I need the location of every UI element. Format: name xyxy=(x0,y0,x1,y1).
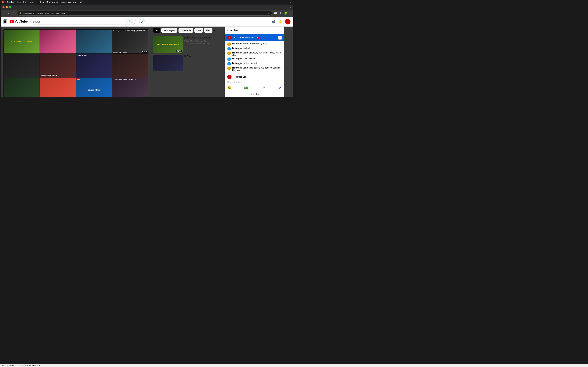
chat-username: Reformed Stoic xyxy=(233,76,247,78)
chat-actions-row: 😊 💵 0/200 ➤ xyxy=(227,86,282,90)
search-bar[interactable]: 🔍 xyxy=(30,19,135,25)
pinned-username: gsxrJOE92 xyxy=(233,36,244,39)
back-button[interactable]: ‹ xyxy=(2,11,5,15)
menu-bookmarks[interactable]: Bookmarks xyxy=(46,1,58,3)
menu-view[interactable]: View xyxy=(30,1,35,3)
close-button[interactable] xyxy=(2,6,5,8)
chat-user-avatar: R xyxy=(227,75,232,79)
reader-mode-icon[interactable]: 📖 xyxy=(273,12,278,15)
pinned-user-avatar: g xyxy=(227,35,232,40)
rec-meta-1: 215K views • 5 months ago xyxy=(184,42,223,45)
rec-thumb-2 xyxy=(153,55,183,71)
rec-tabs-arrow[interactable]: › xyxy=(214,29,215,32)
rec-tabs: All New to you Listenable Live Rec › xyxy=(153,26,223,34)
menu-history[interactable]: History xyxy=(37,1,44,3)
hide-chat-button[interactable]: Hide chat xyxy=(225,91,284,97)
hamburger-menu-icon[interactable]: ≡ xyxy=(289,12,292,15)
recommendations-area: All New to you Listenable Live Rec › BES… xyxy=(151,26,225,97)
notifications-button[interactable]: 🔔 xyxy=(278,20,282,24)
emoji-button[interactable]: 😊 xyxy=(227,86,231,90)
thumb-5[interactable] xyxy=(3,54,40,78)
menu-window[interactable]: Window xyxy=(68,1,76,3)
pinned-live-badge: ▶ xyxy=(257,37,259,39)
browser-titlebar: ⌄ xyxy=(1,5,293,10)
rec-title-1: BEST ESTATE SALE EVER! xyxy=(184,36,223,39)
msg-text-2: na bruh xyxy=(243,47,251,50)
clock: Tue xyxy=(288,1,292,3)
pinned-content: gsxrJOE92 This is LIVE ▶ xyxy=(233,36,259,39)
thumb-7[interactable]: GRIFTCAST IRL xyxy=(76,54,112,78)
tab-live[interactable]: Live xyxy=(194,28,203,33)
chat-more-button[interactable]: ⋮ xyxy=(279,28,282,32)
search-button[interactable]: 🔍 xyxy=(125,19,135,25)
bookmark-icon[interactable]: ☆ xyxy=(268,12,270,15)
rec-item-1[interactable]: BEST ESTATE SALE EVER! 41:53 BEST ESTATE… xyxy=(153,36,223,53)
browser-window: ⌄ ‹ › ↻ 🔒 https://www.youtube.com/watch?… xyxy=(1,5,293,97)
browser-nav: ‹ › ↻ 🔒 https://www.youtube.com/watch?v=… xyxy=(1,10,293,17)
refresh-button[interactable]: ↻ xyxy=(11,11,16,15)
app-name[interactable]: Firefox xyxy=(7,1,15,3)
rec-item-2[interactable]: Lil Ride xyxy=(153,55,223,71)
msg-avatar-1: R xyxy=(227,42,231,46)
thumb-6[interactable]: WE ARE DIRT POOR xyxy=(40,54,76,78)
yt-main-content: BEST ESTATE SALE EVER! Beer chugs for ne… xyxy=(1,26,293,97)
menu-help[interactable]: Help xyxy=(78,1,83,3)
tab-new-to-you[interactable]: New to you xyxy=(161,28,177,33)
apple-icon[interactable]: 🍎 xyxy=(2,1,5,3)
rec-info-2: Lil Ride xyxy=(184,55,223,71)
menu-tools[interactable]: Tools xyxy=(60,1,65,3)
tab-listenable[interactable]: Listenable xyxy=(179,28,193,33)
chat-input-field[interactable] xyxy=(227,80,282,84)
chat-input-area: R Reformed Stoic 😊 💵 0/200 ➤ xyxy=(225,73,284,91)
mac-menu-bar: 🍎 Firefox File Edit View History Bookmar… xyxy=(2,1,83,3)
mac-os-bar: 🍎 Firefox File Edit View History Bookmar… xyxy=(0,0,294,4)
chat-message-1: R Reformed Stoic or rolled away lmao xyxy=(227,42,282,46)
nav-right-icons: 📖 ⬇ 🧩 ≡ xyxy=(273,12,292,15)
thumb-4-live[interactable]: Beer chugs for new subs/FIRESALES 🍺🔥$1TT… xyxy=(112,29,148,54)
thumb-1[interactable]: BEST ESTATE SALE EVER! xyxy=(3,29,40,54)
msg-username-3: Reformed Stoic xyxy=(232,51,248,54)
thumb-9[interactable] xyxy=(3,78,40,97)
maximize-button[interactable] xyxy=(9,6,11,8)
chat-panel: Live chat ⌄ ⋮ g gsxrJOE92 This is LIVE ▶… xyxy=(225,26,284,97)
thumb-10[interactable]: Dinner alone in 🇰🇷 xyxy=(40,78,76,97)
super-chat-button[interactable]: 💵 xyxy=(244,86,248,90)
video-player[interactable]: BEST ESTATE SALE EVER! Beer chugs for ne… xyxy=(3,29,148,97)
save-icon[interactable]: ⬇ xyxy=(279,12,282,15)
chat-message-6: R Reformed Stoic I can tell it's true fr… xyxy=(227,67,282,71)
url-text: https://www.youtube.com/watch?v=FBgluVOE… xyxy=(23,12,65,14)
chat-title: Live chat ⌄ xyxy=(227,29,240,32)
send-message-button[interactable]: ➤ xyxy=(279,86,282,90)
extensions-icon[interactable]: 🧩 xyxy=(283,12,288,15)
msg-avatar-3: R xyxy=(227,51,231,55)
msg-username-4: Dr Jogger xyxy=(232,58,242,60)
pinned-message-text: This is LIVE xyxy=(244,36,255,39)
menu-file[interactable]: File xyxy=(17,1,21,3)
voice-search-button[interactable]: 🎤 xyxy=(139,19,145,25)
msg-username-2: Dr Jogger xyxy=(232,47,242,50)
thumb-12[interactable]: GUIDED HAND SPEED WORKOUT xyxy=(112,78,148,97)
thumb-2[interactable] xyxy=(40,29,76,54)
url-bar[interactable]: 🔒 https://www.youtube.com/watch?v=FBgluV… xyxy=(17,11,272,16)
thumb-8[interactable] xyxy=(112,54,148,78)
chat-message-4: D Dr Jogger ima find you xyxy=(227,58,282,61)
hamburger-menu-button[interactable]: ☰ xyxy=(3,19,7,24)
msg-content-1: Reformed Stoic or rolled away lmao xyxy=(232,42,282,45)
search-input[interactable] xyxy=(31,19,125,24)
user-avatar[interactable]: U xyxy=(285,19,291,25)
chevron-down-icon: ⌄ xyxy=(290,6,292,8)
rec-title-2: Lil Ride xyxy=(184,55,223,58)
tab-rec[interactable]: Rec xyxy=(204,28,212,33)
menu-edit[interactable]: Edit xyxy=(23,1,27,3)
thumb-11-erp[interactable]: LIVE Exposure ResponsePrevention (ERP) 1… xyxy=(76,78,112,97)
minimize-button[interactable] xyxy=(6,6,8,8)
youtube-wordmark: YouTube xyxy=(15,20,28,23)
create-button[interactable]: 📹 xyxy=(272,20,276,24)
msg-avatar-6: R xyxy=(227,67,231,70)
youtube-logo[interactable]: YouTube xyxy=(10,20,28,23)
pinned-more-button[interactable]: ⋮ xyxy=(278,36,282,40)
msg-avatar-5: D xyxy=(227,62,231,66)
tab-all[interactable]: All xyxy=(153,28,160,33)
forward-button[interactable]: › xyxy=(7,11,10,15)
thumb-3[interactable] xyxy=(76,29,112,54)
